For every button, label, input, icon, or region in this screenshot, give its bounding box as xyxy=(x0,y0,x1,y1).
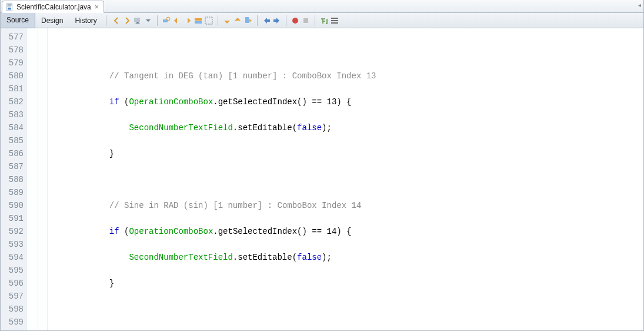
code-comment: // Tangent in DEG (tan) [1 number] : Com… xyxy=(109,71,376,81)
tab-scroll-left-icon[interactable]: ◂ xyxy=(638,2,641,8)
code-text: .getSelectedIndex() == 13) { xyxy=(213,97,351,107)
code-indent xyxy=(50,279,109,288)
mode-design-label: Design xyxy=(41,16,63,25)
shift-left-icon[interactable] xyxy=(262,16,271,25)
line-number: 599 xyxy=(6,316,24,329)
line-number: 582 xyxy=(6,95,24,108)
editor-tabbar: ScientificCalculator.java × ◂ xyxy=(1,0,643,13)
line-number: 586 xyxy=(6,147,24,160)
code-comment: // Sine in RAD (sin) [1 number] : ComboB… xyxy=(109,201,361,210)
code-indent xyxy=(50,97,109,107)
line-number: 590 xyxy=(6,199,24,212)
code-indent xyxy=(50,71,109,81)
line-number: 594 xyxy=(6,251,24,264)
line-number: 584 xyxy=(6,121,24,134)
code-text: } xyxy=(109,279,114,288)
line-number-gutter: 577 578 579 580 581 582 583 584 585 586 … xyxy=(1,28,26,330)
line-number: 583 xyxy=(6,108,24,121)
mode-history-button[interactable]: History xyxy=(69,13,102,28)
svg-rect-6 xyxy=(195,21,202,24)
comment-icon[interactable] xyxy=(319,16,329,25)
line-number: 577 xyxy=(6,31,24,44)
find-selection-icon[interactable] xyxy=(162,16,171,25)
line-number: 578 xyxy=(6,44,24,57)
uncomment-icon[interactable] xyxy=(330,16,339,25)
code-keyword: if xyxy=(109,97,119,107)
code-identifier: OperationComboBox xyxy=(129,97,213,107)
glyph-strip xyxy=(38,28,48,330)
mode-source-label: Source xyxy=(6,16,29,24)
code-text: .setEditable( xyxy=(233,123,297,133)
line-number: 596 xyxy=(6,277,24,290)
mode-design-button[interactable]: Design xyxy=(35,13,69,28)
svg-rect-5 xyxy=(195,18,202,21)
code-text: ( xyxy=(119,97,129,107)
code-indent xyxy=(50,123,129,133)
line-number: 580 xyxy=(6,69,24,82)
toolbar-separator xyxy=(106,15,106,26)
nav-forward-icon[interactable] xyxy=(122,16,132,25)
shift-right-icon[interactable] xyxy=(272,16,282,25)
line-number: 585 xyxy=(6,134,24,147)
svg-rect-1 xyxy=(8,7,11,9)
svg-rect-14 xyxy=(331,22,338,24)
code-area[interactable]: // Tangent in DEG (tan) [1 number] : Com… xyxy=(48,28,643,330)
tab-label: ScientificCalculator.java xyxy=(16,3,91,11)
find-next-icon[interactable] xyxy=(183,16,192,25)
svg-rect-15 xyxy=(331,18,338,19)
svg-rect-12 xyxy=(303,18,308,23)
svg-rect-10 xyxy=(273,19,276,22)
toolbar-separator xyxy=(257,15,258,26)
svg-rect-13 xyxy=(331,20,338,21)
svg-point-4 xyxy=(166,17,170,21)
line-number: 591 xyxy=(6,212,24,225)
mode-source-button[interactable]: Source xyxy=(1,13,35,28)
nav-back-icon[interactable] xyxy=(112,16,121,25)
line-number: 587 xyxy=(6,160,24,173)
toggle-highlight-icon[interactable] xyxy=(193,16,203,25)
code-indent xyxy=(50,227,109,236)
macro-stop-icon[interactable] xyxy=(301,16,311,25)
line-number: 598 xyxy=(6,303,24,316)
editor-toolbar: Source Design History xyxy=(1,13,643,28)
dropdown-icon[interactable] xyxy=(133,16,142,25)
tab-scientificcalculator[interactable]: ScientificCalculator.java × xyxy=(2,1,104,13)
code-editor[interactable]: 577 578 579 580 581 582 583 584 585 586 … xyxy=(1,28,643,330)
find-prev-icon[interactable] xyxy=(172,16,182,25)
mode-history-label: History xyxy=(75,16,96,25)
dropdown-chevron-icon[interactable] xyxy=(144,16,153,25)
code-keyword: false xyxy=(297,123,322,133)
toggle-rect-select-icon[interactable] xyxy=(204,16,213,25)
line-number: 581 xyxy=(6,82,24,95)
next-bookmark-icon[interactable] xyxy=(233,16,242,25)
svg-rect-9 xyxy=(267,19,270,22)
code-indent xyxy=(50,149,109,158)
code-identifier: SecondNumberTextField xyxy=(129,123,232,133)
line-number: 588 xyxy=(6,173,24,186)
code-text: ); xyxy=(322,253,332,262)
svg-point-11 xyxy=(292,18,298,24)
code-text: ( xyxy=(119,227,129,236)
svg-rect-8 xyxy=(245,17,249,23)
line-number: 589 xyxy=(6,186,24,199)
line-number: 597 xyxy=(6,290,24,303)
svg-rect-7 xyxy=(205,17,212,24)
toolbar-separator xyxy=(315,15,315,26)
macro-record-icon[interactable] xyxy=(291,16,300,25)
code-identifier: SecondNumberTextField xyxy=(129,253,232,262)
code-text: .getSelectedIndex() == 14) { xyxy=(213,227,351,236)
prev-bookmark-icon[interactable] xyxy=(222,16,232,25)
toggle-bookmark-icon[interactable] xyxy=(243,16,253,25)
tab-close-icon[interactable]: × xyxy=(94,3,100,11)
line-number: 593 xyxy=(6,238,24,251)
svg-rect-2 xyxy=(134,18,140,22)
fold-strip[interactable] xyxy=(26,28,38,330)
code-text: } xyxy=(109,149,114,158)
code-text: ); xyxy=(322,123,332,133)
code-indent xyxy=(50,253,129,262)
toolbar-separator xyxy=(157,15,158,26)
code-identifier: OperationComboBox xyxy=(129,227,213,236)
toolbar-separator xyxy=(218,15,218,26)
line-number: 579 xyxy=(6,57,24,69)
code-keyword: false xyxy=(297,253,322,262)
